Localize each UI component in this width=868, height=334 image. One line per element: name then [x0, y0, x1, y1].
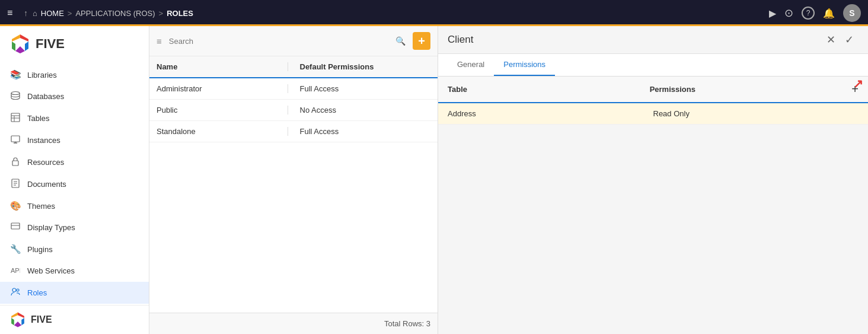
- perm-col-table-header: Table: [448, 85, 650, 94]
- sidebar-item-documents[interactable]: Documents: [0, 173, 149, 195]
- row-perm-0: Full Access: [288, 84, 431, 93]
- footer-logo-text: FIVE: [31, 314, 52, 325]
- sidebar-label-documents: Documents: [27, 180, 66, 189]
- svg-rect-6: [11, 113, 20, 122]
- nav-up-button[interactable]: ↑: [24, 8, 28, 18]
- search-nav-icon[interactable]: ⊙: [784, 7, 793, 20]
- breadcrumb-applications[interactable]: APPLICATIONS (ROS): [75, 9, 155, 18]
- home-icon: ⌂: [33, 9, 37, 18]
- list-header: Name Default Permissions: [149, 56, 438, 78]
- row-name-0: Administrator: [157, 84, 288, 93]
- list-item[interactable]: Public No Access: [149, 100, 438, 121]
- sidebar-label-databases: Databases: [27, 92, 64, 101]
- perm-permissions-0: Read Only: [653, 109, 859, 118]
- sidebar-label-resources: Resources: [27, 158, 64, 167]
- sidebar-label-plugins: Plugins: [27, 245, 53, 254]
- svg-rect-10: [11, 136, 20, 142]
- col-header-permissions: Default Permissions: [288, 62, 431, 71]
- detail-panel: Client ✕ ✓ General Permissions Table Per…: [438, 26, 868, 334]
- add-role-button[interactable]: +: [413, 32, 430, 50]
- svg-marker-3: [25, 42, 28, 51]
- search-input[interactable]: [167, 34, 408, 48]
- detail-body: Table Permissions + ↗ Address Read Only: [438, 77, 868, 334]
- user-avatar[interactable]: S: [843, 4, 861, 22]
- total-rows-label: Total Rows: 3: [384, 319, 430, 328]
- perm-col-perms-header: Permissions: [650, 85, 852, 94]
- sidebar-item-libraries[interactable]: 📚 Libraries: [0, 64, 149, 85]
- list-item[interactable]: Standalone Full Access: [149, 121, 438, 142]
- breadcrumb-sep-2: >: [159, 9, 164, 18]
- sidebar-item-databases[interactable]: Databases: [0, 85, 149, 107]
- sidebar-item-themes[interactable]: 🎨 Themes: [0, 195, 149, 217]
- search-input-wrap: 🔍: [167, 34, 408, 48]
- svg-marker-23: [18, 313, 24, 318]
- svg-marker-24: [11, 313, 18, 318]
- sidebar-label-roles: Roles: [27, 288, 47, 297]
- tab-general[interactable]: General: [448, 54, 494, 76]
- list-item[interactable]: Administrator Full Access: [149, 78, 438, 100]
- instances-icon: [9, 135, 21, 146]
- footer-logo-icon: [9, 311, 26, 328]
- filter-icon[interactable]: ≡: [157, 36, 162, 46]
- svg-marker-2: [12, 42, 15, 51]
- resources-icon: [9, 157, 21, 168]
- svg-marker-1: [12, 34, 20, 42]
- col-header-name: Name: [157, 62, 288, 71]
- sidebar-item-display-types[interactable]: Display Types: [0, 217, 149, 238]
- tables-icon: [9, 113, 21, 124]
- web-services-icon: API: [9, 265, 21, 276]
- play-icon[interactable]: ▶: [769, 8, 776, 19]
- detail-close-button[interactable]: ✕: [822, 32, 840, 47]
- sidebar-label-web-services: Web Services: [27, 266, 75, 275]
- themes-icon: 🎨: [9, 201, 21, 211]
- sidebar-label-libraries: Libraries: [27, 71, 57, 79]
- sidebar-item-roles[interactable]: Roles: [0, 282, 149, 304]
- detail-header: Client ✕ ✓: [438, 26, 868, 54]
- sidebar-nav: 📚 Libraries Databases Tables Instances: [0, 62, 149, 305]
- add-permission-button[interactable]: + ↗: [851, 82, 859, 96]
- perm-table-name-0: Address: [448, 109, 653, 118]
- help-icon[interactable]: ?: [802, 7, 815, 20]
- svg-rect-18: [11, 223, 20, 229]
- svg-marker-25: [11, 318, 14, 325]
- documents-icon: [9, 179, 21, 190]
- svg-point-22: [17, 289, 19, 291]
- libraries-icon: 📚: [9, 69, 21, 80]
- breadcrumb-roles[interactable]: ROLES: [167, 9, 193, 18]
- hamburger-menu-icon[interactable]: ≡: [7, 8, 19, 18]
- breadcrumb: ⌂ HOME > APPLICATIONS (ROS) > ROLES: [33, 9, 193, 18]
- top-nav: ≡ ↑ ⌂ HOME > APPLICATIONS (ROS) > ROLES …: [0, 0, 868, 26]
- row-perm-2: Full Access: [288, 127, 431, 136]
- svg-marker-4: [15, 46, 25, 53]
- list-footer: Total Rows: 3: [149, 313, 438, 334]
- roles-icon: [9, 287, 21, 298]
- tab-permissions[interactable]: Permissions: [494, 54, 555, 76]
- sidebar-footer: FIVE: [0, 305, 149, 334]
- detail-confirm-button[interactable]: ✓: [840, 32, 859, 47]
- display-types-icon: [9, 222, 21, 233]
- sidebar-label-tables: Tables: [27, 114, 50, 123]
- svg-point-21: [12, 288, 16, 292]
- svg-text:API: API: [11, 267, 20, 274]
- notification-bell-icon[interactable]: 🔔: [823, 8, 835, 19]
- permission-row[interactable]: Address Read Only: [438, 103, 868, 125]
- red-arrow-icon: ↗: [853, 77, 863, 91]
- sidebar: FIVE 📚 Libraries Databases Tables: [0, 26, 149, 334]
- sidebar-item-tables[interactable]: Tables: [0, 107, 149, 129]
- svg-point-5: [11, 92, 20, 95]
- sidebar-label-themes: Themes: [27, 202, 55, 211]
- sidebar-item-plugins[interactable]: 🔧 Plugins: [0, 238, 149, 260]
- row-perm-1: No Access: [288, 106, 431, 114]
- home-crumb[interactable]: HOME: [41, 9, 64, 18]
- sidebar-label-instances: Instances: [27, 136, 60, 145]
- roles-list: Name Default Permissions Administrator F…: [149, 56, 438, 313]
- search-magnifier-icon: 🔍: [395, 36, 406, 46]
- list-panel: ≡ 🔍 + Name Default Permissions Administr…: [149, 26, 438, 334]
- row-name-2: Standalone: [157, 127, 288, 136]
- sidebar-logo: FIVE: [0, 26, 149, 62]
- sidebar-item-instances[interactable]: Instances: [0, 129, 149, 151]
- sidebar-item-resources[interactable]: Resources: [0, 151, 149, 173]
- svg-marker-0: [20, 34, 28, 42]
- svg-rect-13: [12, 161, 18, 166]
- sidebar-item-web-services[interactable]: API Web Services: [0, 260, 149, 282]
